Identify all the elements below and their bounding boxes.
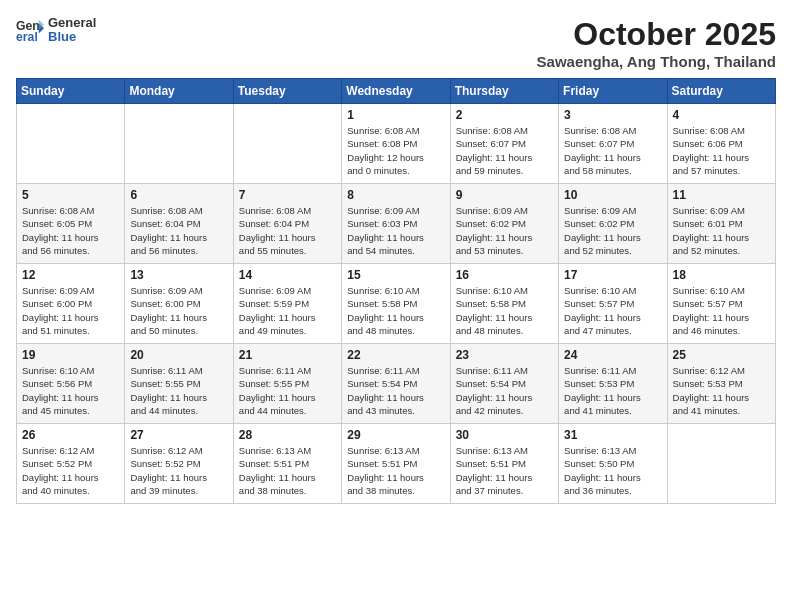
day-number: 1 xyxy=(347,108,444,122)
day-info: Sunrise: 6:08 AMSunset: 6:04 PMDaylight:… xyxy=(239,204,336,257)
calendar-cell: 22Sunrise: 6:11 AMSunset: 5:54 PMDayligh… xyxy=(342,344,450,424)
day-info: Sunrise: 6:13 AMSunset: 5:51 PMDaylight:… xyxy=(347,444,444,497)
day-info: Sunrise: 6:11 AMSunset: 5:54 PMDaylight:… xyxy=(347,364,444,417)
svg-text:eral: eral xyxy=(16,30,38,44)
day-info: Sunrise: 6:11 AMSunset: 5:54 PMDaylight:… xyxy=(456,364,553,417)
calendar-cell: 11Sunrise: 6:09 AMSunset: 6:01 PMDayligh… xyxy=(667,184,775,264)
day-info: Sunrise: 6:09 AMSunset: 6:02 PMDaylight:… xyxy=(456,204,553,257)
calendar-cell: 31Sunrise: 6:13 AMSunset: 5:50 PMDayligh… xyxy=(559,424,667,504)
day-info: Sunrise: 6:09 AMSunset: 6:03 PMDaylight:… xyxy=(347,204,444,257)
weekday-header-thursday: Thursday xyxy=(450,79,558,104)
calendar-cell: 30Sunrise: 6:13 AMSunset: 5:51 PMDayligh… xyxy=(450,424,558,504)
weekday-header-wednesday: Wednesday xyxy=(342,79,450,104)
calendar-title: October 2025 xyxy=(537,16,776,53)
day-number: 22 xyxy=(347,348,444,362)
day-info: Sunrise: 6:09 AMSunset: 5:59 PMDaylight:… xyxy=(239,284,336,337)
calendar-cell: 28Sunrise: 6:13 AMSunset: 5:51 PMDayligh… xyxy=(233,424,341,504)
day-info: Sunrise: 6:08 AMSunset: 6:07 PMDaylight:… xyxy=(456,124,553,177)
day-number: 16 xyxy=(456,268,553,282)
calendar-cell: 25Sunrise: 6:12 AMSunset: 5:53 PMDayligh… xyxy=(667,344,775,424)
logo-text: General Blue xyxy=(48,16,96,45)
day-number: 13 xyxy=(130,268,227,282)
calendar-cell: 27Sunrise: 6:12 AMSunset: 5:52 PMDayligh… xyxy=(125,424,233,504)
day-number: 6 xyxy=(130,188,227,202)
day-number: 4 xyxy=(673,108,770,122)
day-number: 26 xyxy=(22,428,119,442)
day-info: Sunrise: 6:10 AMSunset: 5:57 PMDaylight:… xyxy=(673,284,770,337)
calendar-cell: 26Sunrise: 6:12 AMSunset: 5:52 PMDayligh… xyxy=(17,424,125,504)
title-block: October 2025 Sawaengha, Ang Thong, Thail… xyxy=(537,16,776,70)
day-info: Sunrise: 6:12 AMSunset: 5:52 PMDaylight:… xyxy=(130,444,227,497)
day-info: Sunrise: 6:10 AMSunset: 5:57 PMDaylight:… xyxy=(564,284,661,337)
calendar-cell: 21Sunrise: 6:11 AMSunset: 5:55 PMDayligh… xyxy=(233,344,341,424)
day-number: 19 xyxy=(22,348,119,362)
calendar-cell: 3Sunrise: 6:08 AMSunset: 6:07 PMDaylight… xyxy=(559,104,667,184)
logo-general: General xyxy=(48,16,96,30)
logo-blue: Blue xyxy=(48,30,96,44)
calendar-week-5: 26Sunrise: 6:12 AMSunset: 5:52 PMDayligh… xyxy=(17,424,776,504)
calendar-cell: 6Sunrise: 6:08 AMSunset: 6:04 PMDaylight… xyxy=(125,184,233,264)
day-number: 25 xyxy=(673,348,770,362)
day-info: Sunrise: 6:13 AMSunset: 5:51 PMDaylight:… xyxy=(239,444,336,497)
weekday-header-tuesday: Tuesday xyxy=(233,79,341,104)
day-number: 17 xyxy=(564,268,661,282)
day-info: Sunrise: 6:12 AMSunset: 5:53 PMDaylight:… xyxy=(673,364,770,417)
calendar-cell: 19Sunrise: 6:10 AMSunset: 5:56 PMDayligh… xyxy=(17,344,125,424)
day-info: Sunrise: 6:08 AMSunset: 6:04 PMDaylight:… xyxy=(130,204,227,257)
logo-icon: Gen eral xyxy=(16,16,44,44)
calendar-cell: 18Sunrise: 6:10 AMSunset: 5:57 PMDayligh… xyxy=(667,264,775,344)
calendar-cell xyxy=(667,424,775,504)
day-info: Sunrise: 6:08 AMSunset: 6:06 PMDaylight:… xyxy=(673,124,770,177)
calendar-cell: 10Sunrise: 6:09 AMSunset: 6:02 PMDayligh… xyxy=(559,184,667,264)
day-number: 7 xyxy=(239,188,336,202)
calendar-table: SundayMondayTuesdayWednesdayThursdayFrid… xyxy=(16,78,776,504)
calendar-week-3: 12Sunrise: 6:09 AMSunset: 6:00 PMDayligh… xyxy=(17,264,776,344)
weekday-header-friday: Friday xyxy=(559,79,667,104)
page-header: Gen eral General Blue October 2025 Sawae… xyxy=(16,16,776,70)
day-info: Sunrise: 6:10 AMSunset: 5:56 PMDaylight:… xyxy=(22,364,119,417)
calendar-cell: 20Sunrise: 6:11 AMSunset: 5:55 PMDayligh… xyxy=(125,344,233,424)
day-number: 5 xyxy=(22,188,119,202)
day-number: 31 xyxy=(564,428,661,442)
day-number: 12 xyxy=(22,268,119,282)
day-number: 10 xyxy=(564,188,661,202)
calendar-cell: 4Sunrise: 6:08 AMSunset: 6:06 PMDaylight… xyxy=(667,104,775,184)
calendar-week-2: 5Sunrise: 6:08 AMSunset: 6:05 PMDaylight… xyxy=(17,184,776,264)
day-number: 18 xyxy=(673,268,770,282)
day-number: 3 xyxy=(564,108,661,122)
calendar-cell: 29Sunrise: 6:13 AMSunset: 5:51 PMDayligh… xyxy=(342,424,450,504)
calendar-cell: 16Sunrise: 6:10 AMSunset: 5:58 PMDayligh… xyxy=(450,264,558,344)
day-info: Sunrise: 6:12 AMSunset: 5:52 PMDaylight:… xyxy=(22,444,119,497)
day-info: Sunrise: 6:09 AMSunset: 6:01 PMDaylight:… xyxy=(673,204,770,257)
day-info: Sunrise: 6:11 AMSunset: 5:55 PMDaylight:… xyxy=(239,364,336,417)
day-number: 2 xyxy=(456,108,553,122)
day-number: 27 xyxy=(130,428,227,442)
calendar-cell: 13Sunrise: 6:09 AMSunset: 6:00 PMDayligh… xyxy=(125,264,233,344)
weekday-header-row: SundayMondayTuesdayWednesdayThursdayFrid… xyxy=(17,79,776,104)
day-info: Sunrise: 6:09 AMSunset: 6:00 PMDaylight:… xyxy=(22,284,119,337)
calendar-cell: 17Sunrise: 6:10 AMSunset: 5:57 PMDayligh… xyxy=(559,264,667,344)
day-info: Sunrise: 6:11 AMSunset: 5:55 PMDaylight:… xyxy=(130,364,227,417)
day-info: Sunrise: 6:09 AMSunset: 6:02 PMDaylight:… xyxy=(564,204,661,257)
day-number: 24 xyxy=(564,348,661,362)
day-number: 28 xyxy=(239,428,336,442)
calendar-cell: 7Sunrise: 6:08 AMSunset: 6:04 PMDaylight… xyxy=(233,184,341,264)
calendar-cell: 9Sunrise: 6:09 AMSunset: 6:02 PMDaylight… xyxy=(450,184,558,264)
day-number: 15 xyxy=(347,268,444,282)
calendar-week-4: 19Sunrise: 6:10 AMSunset: 5:56 PMDayligh… xyxy=(17,344,776,424)
day-info: Sunrise: 6:08 AMSunset: 6:07 PMDaylight:… xyxy=(564,124,661,177)
calendar-cell: 5Sunrise: 6:08 AMSunset: 6:05 PMDaylight… xyxy=(17,184,125,264)
calendar-cell xyxy=(17,104,125,184)
calendar-cell: 8Sunrise: 6:09 AMSunset: 6:03 PMDaylight… xyxy=(342,184,450,264)
day-number: 30 xyxy=(456,428,553,442)
day-info: Sunrise: 6:10 AMSunset: 5:58 PMDaylight:… xyxy=(347,284,444,337)
weekday-header-saturday: Saturday xyxy=(667,79,775,104)
day-number: 9 xyxy=(456,188,553,202)
day-number: 23 xyxy=(456,348,553,362)
calendar-cell: 23Sunrise: 6:11 AMSunset: 5:54 PMDayligh… xyxy=(450,344,558,424)
day-number: 11 xyxy=(673,188,770,202)
day-info: Sunrise: 6:09 AMSunset: 6:00 PMDaylight:… xyxy=(130,284,227,337)
weekday-header-sunday: Sunday xyxy=(17,79,125,104)
day-number: 14 xyxy=(239,268,336,282)
day-number: 8 xyxy=(347,188,444,202)
